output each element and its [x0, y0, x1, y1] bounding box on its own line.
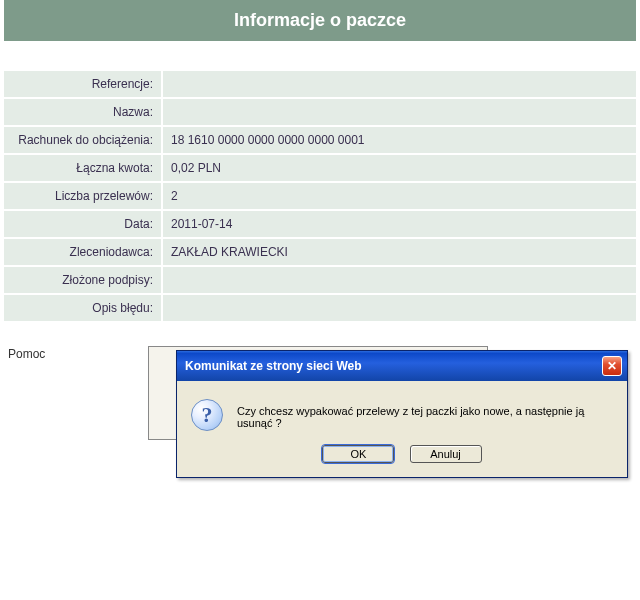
close-icon[interactable]: ✕: [602, 356, 622, 376]
dialog-message: Czy chcesz wypakować przelewy z tej pacz…: [237, 399, 613, 429]
dialog-body: ? Czy chcesz wypakować przelewy z tej pa…: [177, 381, 627, 441]
table-row: Opis błędu:: [4, 294, 636, 322]
table-row: Referencje:: [4, 71, 636, 98]
field-value-podpisy: [162, 266, 636, 294]
field-label-podpisy: Złożone podpisy:: [4, 266, 162, 294]
field-value-referencje: [162, 71, 636, 98]
field-value-data: 2011-07-14: [162, 210, 636, 238]
field-label-kwota: Łączna kwota:: [4, 154, 162, 182]
dialog-buttons: OK Anuluj: [177, 441, 627, 477]
table-row: Zleceniodawca: ZAKŁAD KRAWIECKI: [4, 238, 636, 266]
field-label-referencje: Referencje:: [4, 71, 162, 98]
field-label-opis: Opis błędu:: [4, 294, 162, 322]
field-value-opis: [162, 294, 636, 322]
page-title: Informacje o paczce: [4, 0, 636, 41]
field-value-liczba: 2: [162, 182, 636, 210]
field-value-rachunek: 18 1610 0000 0000 0000 0000 0001: [162, 126, 636, 154]
question-glyph: ?: [191, 399, 223, 431]
dialog-title: Komunikat ze strony sieci Web: [185, 359, 362, 373]
field-label-nazwa: Nazwa:: [4, 98, 162, 126]
package-info-table: Referencje: Nazwa: Rachunek do obciążeni…: [4, 71, 636, 323]
table-row: Rachunek do obciążenia: 18 1610 0000 000…: [4, 126, 636, 154]
dialog-titlebar[interactable]: Komunikat ze strony sieci Web ✕: [177, 351, 627, 381]
table-row: Łączna kwota: 0,02 PLN: [4, 154, 636, 182]
ok-button[interactable]: OK: [322, 445, 394, 463]
table-row: Data: 2011-07-14: [4, 210, 636, 238]
field-label-rachunek: Rachunek do obciążenia:: [4, 126, 162, 154]
table-row: Nazwa:: [4, 98, 636, 126]
question-icon: ?: [191, 399, 223, 431]
table-row: Złożone podpisy:: [4, 266, 636, 294]
field-value-kwota: 0,02 PLN: [162, 154, 636, 182]
table-row: Liczba przelewów: 2: [4, 182, 636, 210]
field-label-data: Data:: [4, 210, 162, 238]
confirm-dialog: Komunikat ze strony sieci Web ✕ ? Czy ch…: [176, 350, 628, 478]
cancel-button[interactable]: Anuluj: [410, 445, 482, 463]
field-value-nazwa: [162, 98, 636, 126]
field-label-liczba: Liczba przelewów:: [4, 182, 162, 210]
field-label-zleceniodawca: Zleceniodawca:: [4, 238, 162, 266]
field-value-zleceniodawca: ZAKŁAD KRAWIECKI: [162, 238, 636, 266]
